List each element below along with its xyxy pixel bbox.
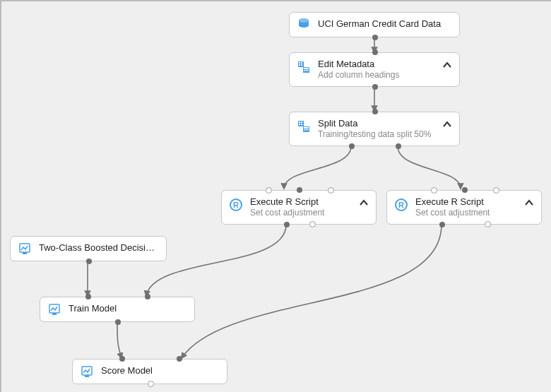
output-port[interactable] bbox=[372, 84, 378, 90]
output-port-2[interactable] bbox=[485, 221, 491, 227]
model-icon bbox=[80, 364, 94, 379]
input-port-2[interactable] bbox=[297, 187, 302, 193]
chevron-up-icon[interactable] bbox=[359, 198, 369, 208]
output-port[interactable] bbox=[372, 35, 378, 40]
node-title: Execute R Script bbox=[250, 196, 367, 207]
output-port[interactable] bbox=[115, 319, 121, 325]
node-title: Execute R Script bbox=[415, 196, 533, 207]
node-subtitle: Set cost adjustment bbox=[250, 208, 367, 218]
node-title: Split Data bbox=[318, 118, 451, 129]
output-port-1[interactable] bbox=[439, 222, 445, 227]
node-title: Edit Metadata bbox=[318, 59, 451, 69]
r-icon bbox=[394, 198, 408, 212]
input-port-2[interactable] bbox=[462, 187, 468, 193]
node-subtitle: Add column headings bbox=[318, 70, 451, 80]
node-two-class-boosted[interactable]: Two-Class Boosted Decision... bbox=[10, 236, 167, 261]
node-score-model[interactable]: Score Model bbox=[72, 359, 227, 384]
metadata-icon bbox=[297, 60, 311, 74]
model-icon bbox=[18, 242, 32, 256]
r-icon bbox=[229, 198, 243, 212]
node-title: Train Model bbox=[69, 303, 186, 314]
input-port-1[interactable] bbox=[119, 356, 125, 362]
input-port-2[interactable] bbox=[177, 356, 182, 362]
output-port-1[interactable] bbox=[349, 143, 355, 149]
chevron-up-icon[interactable] bbox=[442, 119, 452, 129]
node-execute-r-right[interactable]: Execute R Script Set cost adjustment bbox=[386, 190, 542, 225]
node-subtitle: Set cost adjustment bbox=[415, 208, 533, 218]
input-port-1[interactable] bbox=[85, 294, 91, 299]
node-execute-r-left[interactable]: Execute R Script Set cost adjustment bbox=[221, 190, 377, 225]
chevron-up-icon[interactable] bbox=[442, 60, 452, 70]
node-title: Score Model bbox=[101, 365, 218, 376]
input-port-1[interactable] bbox=[431, 187, 437, 194]
node-title: UCI German Credit Card Data bbox=[318, 18, 451, 29]
input-port[interactable] bbox=[372, 49, 378, 55]
model-icon bbox=[47, 302, 61, 316]
input-port-3[interactable] bbox=[328, 187, 334, 194]
input-port[interactable] bbox=[372, 109, 378, 114]
output-port-2[interactable] bbox=[309, 221, 316, 227]
node-title: Two-Class Boosted Decision... bbox=[39, 242, 158, 253]
output-port-2[interactable] bbox=[396, 143, 401, 149]
input-port-3[interactable] bbox=[493, 187, 499, 194]
output-port[interactable] bbox=[86, 259, 92, 264]
input-port-1[interactable] bbox=[266, 187, 272, 194]
node-split-data[interactable]: Split Data Training/testing data split 5… bbox=[289, 112, 460, 146]
node-edit-metadata[interactable]: Edit Metadata Add column headings bbox=[289, 52, 460, 87]
input-port-2[interactable] bbox=[145, 294, 150, 299]
output-port-1[interactable] bbox=[284, 222, 290, 227]
output-port[interactable] bbox=[148, 381, 154, 387]
node-uci-data[interactable]: UCI German Credit Card Data bbox=[289, 12, 460, 37]
node-subtitle: Training/testing data split 50% bbox=[318, 129, 451, 139]
dataset-icon bbox=[297, 18, 311, 32]
metadata-icon bbox=[297, 119, 311, 133]
chevron-up-icon[interactable] bbox=[524, 198, 534, 208]
node-train-model[interactable]: Train Model bbox=[40, 297, 195, 322]
